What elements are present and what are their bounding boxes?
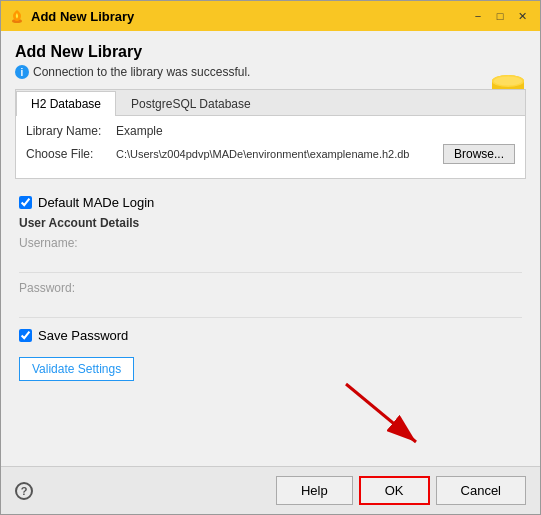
cancel-button[interactable]: Cancel (436, 476, 526, 505)
main-content: Add New Library i Connection to the libr… (1, 31, 540, 466)
ok-button[interactable]: OK (359, 476, 430, 505)
default-login-row: Default MADe Login (19, 195, 522, 210)
password-input[interactable] (19, 299, 522, 318)
db-config-panel: H2 Database PostgreSQL Database Library … (15, 89, 526, 179)
choose-file-row: Choose File: C:\Users\z004pdvp\MADe\envi… (26, 144, 515, 164)
tab-h2-database[interactable]: H2 Database (16, 91, 116, 116)
arrow-graphic (326, 374, 446, 454)
window: Add New Library − □ ✕ Add New Library i … (0, 0, 541, 515)
password-label: Password: (19, 281, 522, 295)
form-fields: Library Name: Example Choose File: C:\Us… (16, 116, 525, 178)
minimize-button[interactable]: − (468, 6, 488, 26)
default-login-label: Default MADe Login (38, 195, 154, 210)
window-controls: − □ ✕ (468, 6, 532, 26)
help-icon-label: ? (21, 485, 28, 497)
footer: ? Help OK Cancel (1, 466, 540, 514)
username-label: Username: (19, 236, 522, 250)
help-icon-circle[interactable]: ? (15, 482, 33, 500)
close-button[interactable]: ✕ (512, 6, 532, 26)
tab-postgresql-database[interactable]: PostgreSQL Database (116, 91, 266, 116)
svg-point-5 (494, 77, 522, 86)
help-button[interactable]: Help (276, 476, 353, 505)
save-password-label: Save Password (38, 328, 128, 343)
choose-file-label: Choose File: (26, 147, 116, 161)
footer-buttons: Help OK Cancel (276, 476, 526, 505)
save-password-checkbox[interactable] (19, 329, 32, 342)
app-icon (9, 8, 25, 24)
window-title: Add New Library (31, 9, 468, 24)
page-title: Add New Library (15, 43, 526, 61)
user-account-title: User Account Details (19, 216, 522, 230)
file-path-value: C:\Users\z004pdvp\MADe\environment\examp… (116, 148, 437, 160)
save-password-row: Save Password (19, 328, 522, 343)
username-input[interactable] (19, 254, 522, 273)
info-icon: i (15, 65, 29, 79)
arrow-area (15, 387, 526, 454)
auth-section: Default MADe Login User Account Details … (15, 189, 526, 387)
svg-line-7 (346, 384, 416, 442)
library-name-value: Example (116, 124, 515, 138)
default-login-checkbox[interactable] (19, 196, 32, 209)
title-bar: Add New Library − □ ✕ (1, 1, 540, 31)
library-name-row: Library Name: Example (26, 124, 515, 138)
library-name-label: Library Name: (26, 124, 116, 138)
success-text: Connection to the library was successful… (33, 65, 250, 79)
tabs-row: H2 Database PostgreSQL Database (16, 90, 525, 116)
maximize-button[interactable]: □ (490, 6, 510, 26)
success-message: i Connection to the library was successf… (15, 65, 526, 79)
validate-settings-button[interactable]: Validate Settings (19, 357, 134, 381)
browse-button[interactable]: Browse... (443, 144, 515, 164)
